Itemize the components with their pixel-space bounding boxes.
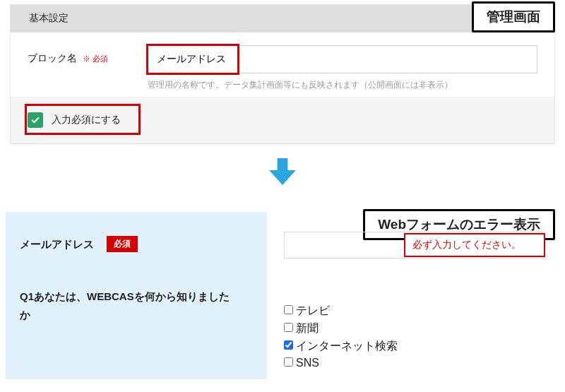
block-name-row: ブロック名 ※ 必須 管理用の名称です。データ集計画面等にも反映されます（公開画… xyxy=(11,32,554,97)
check-icon xyxy=(30,115,40,125)
form-left-column: メールアドレス 必須 Q1あなたは、WEBCASを何から知りましたか xyxy=(6,212,267,379)
down-arrow-icon xyxy=(268,157,297,186)
required-mark: ※ 必須 xyxy=(83,54,108,63)
q1-option-checkbox[interactable] xyxy=(284,305,293,314)
block-name-input[interactable] xyxy=(148,45,537,73)
require-input-checkbox[interactable] xyxy=(28,112,43,128)
required-badge: 必須 xyxy=(107,236,138,252)
q1-option-checkbox[interactable] xyxy=(284,340,293,350)
web-form-preview: メールアドレス 必須 Q1あなたは、WEBCASを何から知りましたか 必ず入力し… xyxy=(6,212,559,379)
q1-option-label: テレビ xyxy=(296,304,330,316)
q1-option-checkbox[interactable] xyxy=(284,323,293,332)
q1-options: テレビ新聞インターネット検索SNS xyxy=(284,302,545,372)
block-name-hint: 管理用の名称です。データ集計画面等にも反映されます（公開画面には非表示） xyxy=(148,79,537,91)
error-message: 必ず入力してください。 xyxy=(404,233,545,257)
email-field-label-row: メールアドレス 必須 xyxy=(20,236,253,252)
block-name-label: ブロック名 ※ 必須 xyxy=(28,45,148,65)
email-label: メールアドレス xyxy=(20,238,94,251)
block-name-label-text: ブロック名 xyxy=(28,52,77,64)
q1-option-checkbox[interactable] xyxy=(284,357,293,367)
admin-screen-label: 管理画面 xyxy=(472,1,555,32)
q1-option[interactable]: テレビ xyxy=(284,302,545,320)
require-input-label: 入力必須にする xyxy=(52,114,121,126)
q1-label: Q1あなたは、WEBCASを何から知りましたか xyxy=(20,287,232,323)
q1-option-label: インターネット検索 xyxy=(296,340,398,352)
q1-option-label: SNS xyxy=(296,357,319,369)
q1-option[interactable]: 新聞 xyxy=(284,320,545,338)
form-right-column: 必ず入力してください。 テレビ新聞インターネット検索SNS xyxy=(267,212,559,379)
require-input-row: 入力必須にする xyxy=(11,97,554,143)
q1-option[interactable]: SNS xyxy=(284,355,545,372)
q1-option-label: 新聞 xyxy=(296,322,319,334)
q1-option[interactable]: インターネット検索 xyxy=(284,338,545,355)
